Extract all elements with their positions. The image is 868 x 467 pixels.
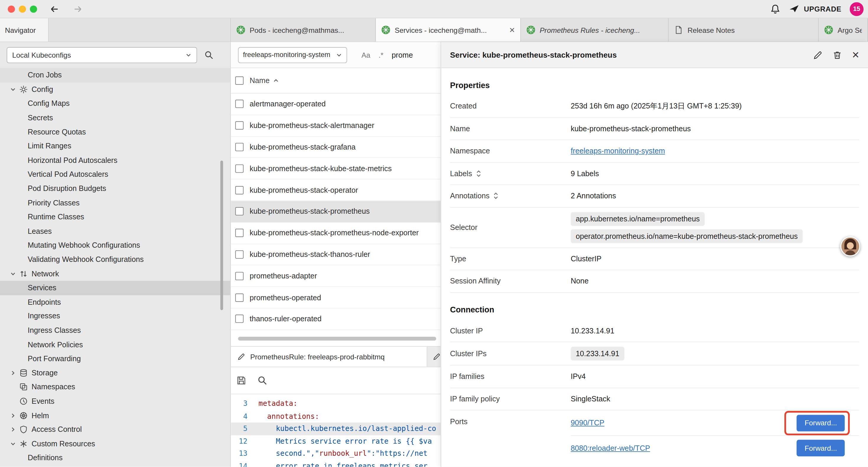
sidebar-item-cron-jobs[interactable]: Cron Jobs	[0, 68, 230, 82]
row-checkbox[interactable]	[235, 186, 243, 194]
value-link[interactable]: freeleaps-monitoring-system	[571, 147, 665, 155]
sidebar-item-events[interactable]: Events	[0, 394, 230, 408]
chevron-down-icon[interactable]	[10, 86, 20, 92]
sidebar-item-config-maps[interactable]: Config Maps	[0, 96, 230, 111]
sidebar-item-endpoints[interactable]: Endpoints	[0, 295, 230, 309]
sidebar-item-services[interactable]: Services	[0, 281, 230, 295]
sidebar-scrollbar[interactable]	[220, 160, 223, 310]
dock-tab-partial[interactable]	[427, 347, 440, 367]
sidebar-item-priority-classes[interactable]: Priority Classes	[0, 196, 230, 210]
chevron-right-icon[interactable]	[10, 426, 20, 433]
sidebar-item-network-policies[interactable]: Network Policies	[0, 338, 230, 352]
row-checkbox[interactable]	[235, 229, 243, 237]
row-checkbox[interactable]	[235, 100, 243, 108]
forward-button[interactable]	[72, 3, 83, 14]
row-checkbox[interactable]	[235, 143, 243, 151]
sidebar-item-helm[interactable]: Helm	[0, 408, 230, 422]
editor-search-button[interactable]	[257, 375, 267, 385]
table-row-kube-prometheus-stack-thanos-ruler[interactable]: kube-prometheus-stack-thanos-ruler	[231, 244, 440, 266]
case-toggle[interactable]: Aa	[362, 51, 370, 59]
table-row-kube-prometheus-stack-prometheus[interactable]: kube-prometheus-stack-prometheus	[231, 201, 440, 223]
row-checkbox[interactable]	[235, 315, 243, 323]
sidebar-item-limit-ranges[interactable]: Limit Ranges	[0, 139, 230, 153]
tab-prometheus-rules-icecheng[interactable]: Prometheus Rules - icecheng...	[521, 18, 669, 42]
close-drawer-button[interactable]: ×	[852, 49, 859, 61]
table-row-kube-prometheus-stack-grafana[interactable]: kube-prometheus-stack-grafana	[231, 137, 440, 158]
chevron-down-icon[interactable]	[10, 270, 20, 277]
row-checkbox[interactable]	[235, 293, 243, 301]
select-all-checkbox[interactable]	[235, 77, 243, 85]
chevron-down-icon[interactable]	[10, 440, 20, 447]
notifications-bell-icon[interactable]	[770, 4, 781, 14]
table-row-kube-prometheus-stack-kube-state-metrics[interactable]: kube-prometheus-stack-kube-state-metrics	[231, 158, 440, 180]
row-name: thanos-ruler-operated	[250, 315, 321, 323]
tab-release-notes[interactable]: Release Notes	[669, 18, 819, 42]
save-button[interactable]	[236, 375, 246, 385]
row-checkbox[interactable]	[235, 272, 243, 280]
sidebar-item-validating-webhook-configurations[interactable]: Validating Webhook Configurations	[0, 253, 230, 267]
window-zoom-button[interactable]	[30, 5, 37, 12]
port-link[interactable]: 8080:reloader-web/TCP	[571, 444, 650, 452]
window-close-button[interactable]	[8, 5, 15, 12]
sidebar-item-ingresses[interactable]: Ingresses	[0, 309, 230, 323]
regex-toggle[interactable]: .*	[378, 51, 383, 59]
chevron-right-icon[interactable]	[10, 412, 20, 418]
navigator-panel-tab[interactable]: Navigator	[0, 18, 49, 42]
sidebar-item-vertical-pod-autoscalers[interactable]: Vertical Pod Autoscalers	[0, 167, 230, 181]
table-row-kube-prometheus-stack-operator[interactable]: kube-prometheus-stack-operator	[231, 179, 440, 201]
sidebar-item-resource-quotas[interactable]: Resource Quotas	[0, 125, 230, 139]
forward-button[interactable]: Forward...	[797, 414, 845, 431]
table-row-thanos-ruler-operated[interactable]: thanos-ruler-operated	[231, 309, 440, 330]
sidebar-item-leases[interactable]: Leases	[0, 224, 230, 238]
forward-button[interactable]: Forward...	[797, 440, 845, 456]
upgrade-button[interactable]: UPGRADE	[789, 4, 841, 14]
value-badge: 10.233.14.91	[571, 347, 624, 360]
tab-argo-se[interactable]: Argo Se	[819, 18, 868, 42]
sidebar-item-port-forwarding[interactable]: Port Forwarding	[0, 352, 230, 366]
sidebar-item-horizontal-pod-autoscalers[interactable]: Horizontal Pod Autoscalers	[0, 153, 230, 167]
search-input[interactable]: prome	[392, 51, 413, 59]
sidebar-search-icon[interactable]	[204, 51, 214, 60]
kubeconfig-select[interactable]: Local Kubeconfigs	[6, 47, 197, 63]
sidebar-item-access-control[interactable]: Access Control	[0, 422, 230, 437]
table-row-prometheus-operated[interactable]: prometheus-operated	[231, 287, 440, 309]
edit-button[interactable]	[813, 50, 823, 60]
sidebar-item-network[interactable]: Network	[0, 267, 230, 281]
table-row-kube-prometheus-stack-prometheus-node-exporter[interactable]: kube-prometheus-stack-prometheus-node-ex…	[231, 223, 440, 244]
namespace-select[interactable]: freeleaps-monitoring-system	[238, 47, 347, 63]
sidebar-item-runtime-classes[interactable]: Runtime Classes	[0, 210, 230, 224]
notification-count-badge[interactable]: 15	[850, 2, 864, 16]
floating-avatar[interactable]	[840, 236, 860, 256]
sidebar-item-pod-disruption-budgets[interactable]: Pod Disruption Budgets	[0, 181, 230, 196]
sidebar-item-definitions[interactable]: Definitions	[0, 451, 230, 465]
yaml-editor[interactable]: 3metadata:4 annotations:5 kubectl.kubern…	[231, 394, 440, 467]
window-minimize-button[interactable]	[19, 5, 26, 12]
sidebar-item-namespaces[interactable]: Namespaces	[0, 380, 230, 394]
close-tab-icon[interactable]: ×	[506, 25, 515, 35]
sidebar-item-custom-resources[interactable]: Custom Resources	[0, 437, 230, 451]
sidebar-item-mutating-webhook-configurations[interactable]: Mutating Webhook Configurations	[0, 238, 230, 253]
row-checkbox[interactable]	[235, 121, 243, 130]
row-checkbox[interactable]	[235, 250, 243, 259]
chevron-right-icon[interactable]	[10, 370, 20, 376]
table-row-alertmanager-operated[interactable]: alertmanager-operated	[231, 94, 440, 115]
sidebar-item-ingress-classes[interactable]: Ingress Classes	[0, 323, 230, 338]
back-button[interactable]	[49, 3, 60, 14]
expand-collapse-icon[interactable]	[493, 192, 499, 200]
tab-services-icecheng-math[interactable]: Services - icecheng@math...×	[376, 18, 521, 42]
row-checkbox[interactable]	[235, 207, 243, 215]
delete-button[interactable]	[833, 50, 842, 60]
table-row-prometheus-adapter[interactable]: prometheus-adapter	[231, 265, 440, 287]
port-link[interactable]: 9090/TCP	[571, 419, 604, 427]
tab-pods-icecheng-mathmas[interactable]: Pods - icecheng@mathmas...	[231, 18, 376, 42]
sidebar-item-storage[interactable]: Storage	[0, 366, 230, 380]
name-column-header[interactable]: Name	[250, 77, 270, 85]
property-row-ip-family-policy: IP family policySingleStack	[450, 388, 859, 411]
row-checkbox[interactable]	[235, 164, 243, 173]
expand-collapse-icon[interactable]	[476, 169, 482, 178]
sidebar-item-secrets[interactable]: Secrets	[0, 111, 230, 125]
dock-tab-prometheusrule[interactable]: PrometheusRule: freeleaps-prod-rabbitmq	[231, 347, 427, 367]
horizontal-scrollbar[interactable]	[238, 337, 436, 341]
sidebar-item-config[interactable]: Config	[0, 82, 230, 96]
table-row-kube-prometheus-stack-alertmanager[interactable]: kube-prometheus-stack-alertmanager	[231, 115, 440, 137]
